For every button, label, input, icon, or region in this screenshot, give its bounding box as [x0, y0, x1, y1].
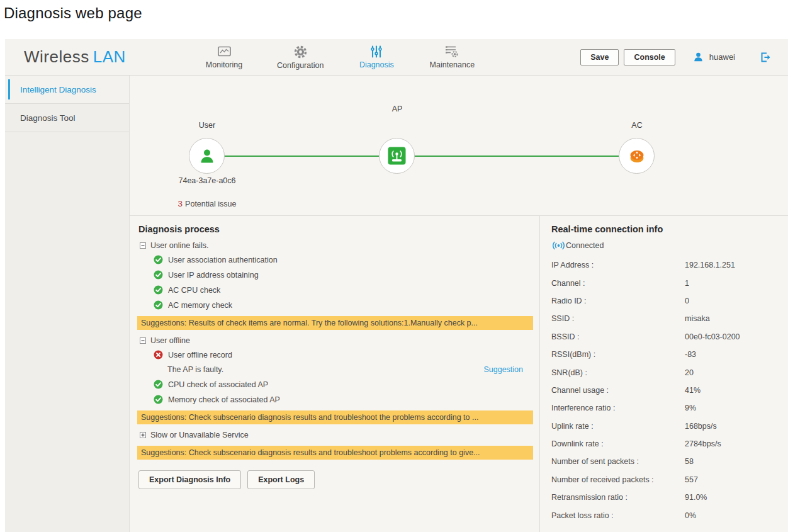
conn-label: BSSID : — [551, 332, 685, 341]
logo-text-wireless: Wireless — [24, 47, 89, 66]
user-node-label: User — [199, 121, 215, 130]
app-logo: WirelessLAN — [24, 47, 181, 67]
logout-icon[interactable] — [759, 52, 772, 63]
ap-node-label: AP — [392, 105, 403, 113]
page-title: Diagnosis web page — [4, 4, 788, 22]
conn-label: Channel usage : — [551, 386, 685, 395]
connection-status-label: Connected — [566, 241, 604, 250]
diagnosis-icon — [369, 45, 383, 59]
conn-row-ip-address: IP Address : 192.168.1.251 — [551, 256, 788, 274]
user-node[interactable] — [189, 138, 225, 174]
check-item-label: AC CPU check — [168, 286, 220, 295]
conn-row-channel: Channel : 1 — [551, 274, 788, 291]
group-slow-unavailable-service[interactable]: Slow or Unavailable Service — [140, 431, 533, 439]
group-user-offline[interactable]: User offline — [140, 336, 533, 345]
conn-row-received-packets: Number of received packets : 557 — [551, 471, 788, 489]
browser-page-context: Diagnosis web page — [0, 0, 788, 39]
collapse-icon[interactable] — [140, 242, 146, 249]
group-label: Slow or Unavailable Service — [150, 431, 249, 439]
console-button[interactable]: Console — [624, 49, 675, 65]
main-nav: Monitoring Configuration — [201, 45, 475, 70]
conn-value: 1 — [685, 279, 788, 288]
conn-value: 20 — [685, 368, 788, 377]
conn-label: Packet loss ratio : — [551, 511, 685, 520]
expand-icon[interactable] — [140, 432, 146, 438]
ap-icon — [387, 146, 407, 166]
conn-value: misaka — [685, 314, 788, 323]
header-actions: Save Console huawei — [580, 49, 772, 65]
failure-detail-text: The AP is faulty. — [167, 365, 223, 374]
group-user-online-fails[interactable]: User online fails. — [140, 241, 533, 250]
check-ok-icon — [154, 380, 163, 389]
conn-label: RSSI(dBm) : — [551, 350, 685, 359]
conn-label: Number of sent packets : — [551, 457, 685, 466]
conn-row-uplink-rate: Uplink rate : 168bps/s — [551, 417, 788, 435]
group-label: User offline — [150, 336, 190, 345]
conn-label: Downlink rate : — [551, 439, 685, 448]
diagnosis-process-panel: Diagnosis process User online fails. — [130, 216, 539, 532]
check-item-label: AC memory check — [168, 301, 232, 310]
username-label: huawei — [709, 52, 735, 62]
export-diagnosis-info-button[interactable]: Export Diagnosis Info — [138, 470, 241, 489]
suggestion-link[interactable]: Suggestion — [483, 365, 523, 374]
check-item: CPU check of associated AP — [154, 380, 539, 389]
logo-text-lan: LAN — [93, 47, 126, 66]
conn-label: Radio ID : — [551, 297, 685, 305]
conn-label: Number of received packets : — [551, 475, 685, 484]
ac-router-icon — [627, 146, 647, 166]
sidebar: Intelligent Diagnosis Diagnosis Tool — [5, 76, 130, 532]
conn-value: 192.168.1.251 — [685, 261, 788, 269]
user-account[interactable]: huawei — [693, 52, 735, 62]
check-ok-icon — [154, 395, 163, 404]
sidebar-item-diagnosis-tool[interactable]: Diagnosis Tool — [5, 104, 129, 132]
conn-label: IP Address : — [551, 261, 685, 269]
check-ok-icon — [154, 255, 163, 264]
nav-item-maintenance[interactable]: Maintenance — [429, 45, 475, 69]
potential-issue-link[interactable]: 3Potential issue — [178, 199, 237, 208]
nav-item-diagnosis[interactable]: Diagnosis — [354, 45, 399, 69]
conn-row-ssid: SSID : misaka — [551, 310, 788, 327]
conn-row-packet-loss-ratio: Packet loss ratio : 0% — [551, 506, 788, 524]
nav-label: Diagnosis — [359, 60, 394, 69]
conn-value: 557 — [685, 475, 788, 484]
conn-row-interference-ratio: Interference ratio : 9% — [551, 399, 788, 417]
check-item-label: CPU check of associated AP — [168, 380, 268, 389]
conn-value: 0% — [685, 511, 788, 520]
topology-diagram: User 74ea-3a7e-a0c6 3Potential issue AP — [130, 76, 788, 216]
nav-item-configuration[interactable]: Configuration — [277, 45, 324, 70]
conn-value: 58 — [685, 457, 788, 466]
check-item: User association authentication — [154, 255, 539, 264]
export-logs-button[interactable]: Export Logs — [247, 470, 315, 489]
sidebar-item-intelligent-diagnosis[interactable]: Intelligent Diagnosis — [5, 76, 129, 104]
conn-row-retransmission-ratio: Retransmission ratio : 91.0% — [551, 489, 788, 506]
conn-value: 41% — [685, 386, 788, 395]
check-item: AC CPU check — [154, 285, 539, 295]
conn-row-bssid: BSSID : 00e0-fc03-0200 — [551, 328, 788, 346]
nav-label: Monitoring — [206, 60, 242, 69]
conn-label: SNR(dB) : — [551, 368, 685, 377]
monitoring-icon — [217, 45, 232, 59]
collapse-icon[interactable] — [140, 337, 146, 344]
save-button[interactable]: Save — [580, 49, 619, 65]
nav-item-monitoring[interactable]: Monitoring — [201, 45, 247, 69]
conn-value: -83 — [685, 350, 788, 359]
maintenance-icon — [444, 45, 459, 59]
failure-detail-row: The AP is faulty. Suggestion — [167, 365, 523, 374]
issue-count: 3 — [178, 199, 183, 208]
conn-value: 9% — [685, 404, 788, 412]
user-icon — [693, 52, 704, 62]
topology-link-line — [207, 156, 637, 157]
ac-node[interactable] — [619, 138, 655, 174]
nav-label: Maintenance — [430, 60, 475, 69]
diagnosis-process-title: Diagnosis process — [138, 224, 539, 234]
conn-row-downlink-rate: Downlink rate : 2784bps/s — [551, 435, 788, 453]
check-fail-icon — [154, 350, 163, 359]
check-item-label: User IP address obtaining — [168, 271, 259, 280]
conn-label: Retransmission ratio : — [551, 493, 685, 502]
check-item-label: Memory check of associated AP — [168, 395, 280, 404]
suggestion-banner: Suggestions: Check subscenario diagnosis… — [137, 410, 533, 424]
conn-label: Channel : — [551, 279, 685, 288]
ap-node[interactable] — [379, 138, 415, 174]
conn-value: 168bps/s — [685, 422, 788, 431]
check-ok-icon — [154, 285, 163, 295]
